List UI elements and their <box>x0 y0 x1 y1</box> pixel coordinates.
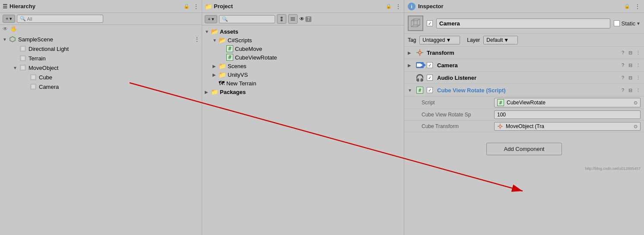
project-item-cubemove[interactable]: # CubeMove <box>202 44 404 53</box>
hierarchy-lock-icon[interactable]: 🔒 <box>184 3 190 9</box>
layer-dropdown[interactable]: Default ▼ <box>483 36 518 44</box>
target-icon[interactable]: ⊙ <box>634 124 638 129</box>
project-item-unityvs[interactable]: ▶ 📁 UnityVS <box>202 70 404 79</box>
transform-field-row: Cube Transform MoveObject (Tra ⊙ <box>404 121 644 132</box>
folder-icon: 📁 <box>219 63 226 69</box>
folder-icon: 📁 <box>219 71 226 78</box>
hand-icon: 🖐 <box>10 26 17 32</box>
terrain-file-icon: 🗺 <box>219 80 225 87</box>
comp-help-icon[interactable]: ? <box>622 88 624 93</box>
camera-comp-checkbox[interactable] <box>427 62 433 68</box>
svg-point-19 <box>419 51 421 54</box>
project-item-newterrain[interactable]: 🗺 New Terrain <box>202 79 404 88</box>
transform-field-value[interactable]: MoveObject (Tra ⊙ <box>494 122 641 131</box>
script-component-row[interactable]: ▼ # Cube View Rotate (Script) ? ⊟ ⋮ <box>404 84 644 97</box>
field-hash-icon: # <box>497 99 504 106</box>
transform-component-row[interactable]: ▶ Transform ? ⊟ ⋮ <box>404 47 644 59</box>
hierarchy-content: ▼ SampleScene ⋮ Directional Light Terrai… <box>0 33 202 235</box>
search-icon: 🔍 <box>222 16 228 22</box>
object-enabled-checkbox[interactable] <box>427 20 433 26</box>
svg-marker-25 <box>421 64 422 66</box>
tree-arrow <box>13 47 19 51</box>
comp-more-icon[interactable]: ⋮ <box>636 75 641 81</box>
camera-component-row[interactable]: ▶ Camera ? ⊟ ⋮ <box>404 59 644 72</box>
svg-point-26 <box>499 125 501 128</box>
static-checkbox[interactable] <box>614 20 620 26</box>
tree-arrow <box>220 47 226 51</box>
comp-help-icon[interactable]: ? <box>622 63 624 68</box>
tag-layer-row: Tag Untagged ▼ Layer Default ▼ <box>404 34 644 47</box>
target-icon[interactable]: ⊙ <box>634 100 638 106</box>
transform-value-text: MoveObject (Tra <box>506 123 544 129</box>
project-header: 📁 Project 🔒 ⋮ <box>202 0 404 13</box>
project-item-scenes[interactable]: ▶ 📁 Scenes <box>202 62 404 70</box>
scene-icon <box>9 35 16 43</box>
headphone-icon: 🎧 <box>416 74 424 82</box>
project-item-label: Packages <box>220 89 246 95</box>
script-icon: # <box>226 45 233 52</box>
comp-settings-icon[interactable]: ⊟ <box>628 75 632 81</box>
project-more-icon[interactable]: ⋮ <box>395 3 401 10</box>
inspector-more-icon[interactable]: ⋮ <box>634 3 641 10</box>
project-title: Project <box>214 3 233 9</box>
svg-rect-2 <box>21 47 25 50</box>
hierarchy-item-directionallight[interactable]: Directional Light <box>0 44 202 53</box>
hierarchy-item-moveobject[interactable]: ▼ MoveObject <box>0 63 202 72</box>
script-value-text: CubeViewRotate <box>507 100 546 106</box>
comp-help-icon[interactable]: ? <box>622 75 624 80</box>
project-lock-icon[interactable]: 🔒 <box>386 3 392 9</box>
hierarchy-item-cube[interactable]: Cube <box>0 72 202 82</box>
hierarchy-add-button[interactable]: + ▾ <box>3 15 15 23</box>
static-dropdown-arrow[interactable]: ▼ <box>636 21 641 26</box>
hierarchy-list-icon: ☰ <box>3 3 8 9</box>
hierarchy-item-terrain[interactable]: Terrain <box>0 53 202 63</box>
audio-comp-checkbox[interactable] <box>427 75 433 81</box>
script-field-value[interactable]: # CubeViewRotate ⊙ <box>494 98 641 107</box>
project-item-packages[interactable]: ▶ 📁 Packages <box>202 88 404 96</box>
hierarchy-search-field[interactable]: 🔍 All <box>17 15 103 23</box>
comp-more-icon[interactable]: ⋮ <box>636 50 641 56</box>
project-icon-btn-2[interactable] <box>288 14 298 24</box>
audio-component-row[interactable]: 🎧 Audio Listener ? ⊟ ⋮ <box>404 72 644 84</box>
comp-help-icon[interactable]: ? <box>622 50 624 55</box>
static-label: Static <box>622 20 636 27</box>
scene-more-icon[interactable]: ⋮ <box>194 36 200 43</box>
info-icon: i <box>408 3 416 10</box>
tree-arrow: ▼ <box>205 29 211 34</box>
tree-arrow <box>13 56 19 61</box>
project-add-button[interactable]: + ▾ <box>205 15 217 23</box>
tag-dropdown[interactable]: Untagged ▼ <box>419 36 460 44</box>
comp-settings-icon[interactable]: ⊟ <box>628 63 632 68</box>
project-item-cubeviewrotate[interactable]: # CubeViewRotate <box>202 53 404 62</box>
svg-rect-10 <box>32 85 35 88</box>
add-component-button[interactable]: Add Component <box>486 143 562 155</box>
object-name-field[interactable]: Camera <box>436 19 610 28</box>
inspector-content: ▶ Transform ? ⊟ ⋮ ▶ <box>404 47 644 235</box>
inspector-lock-icon[interactable]: 🔒 <box>624 3 630 9</box>
script-comp-checkbox[interactable] <box>427 87 433 93</box>
project-item-label: CubeViewRotate <box>235 54 277 61</box>
inspector-title: Inspector <box>418 3 444 9</box>
project-item-csharpscripts[interactable]: ▼ 📂 C#Scripts <box>202 36 404 44</box>
object-icon <box>19 64 27 72</box>
comp-settings-icon[interactable]: ⊟ <box>628 88 632 93</box>
transform-icon <box>416 48 424 57</box>
hierarchy-more-icon[interactable]: ⋮ <box>193 3 199 10</box>
speed-field-value[interactable]: 100 <box>494 110 641 119</box>
comp-settings-icon[interactable]: ⊟ <box>628 50 632 56</box>
comp-more-icon[interactable]: ⋮ <box>636 88 641 93</box>
tree-arrow: ▶ <box>213 64 219 69</box>
script-comp-icon: # <box>416 86 424 94</box>
svg-rect-4 <box>21 56 25 60</box>
project-search-field[interactable]: 🔍 <box>219 15 275 23</box>
project-icon-btn-1[interactable] <box>277 14 286 24</box>
hierarchy-toolbar: + ▾ 🔍 All <box>0 13 202 25</box>
static-button[interactable]: Static ▼ <box>614 20 641 27</box>
project-item-assets[interactable]: ▼ 📂 Assets <box>202 27 404 36</box>
comp-more-icon[interactable]: ⋮ <box>636 63 641 68</box>
hierarchy-item-samplescene[interactable]: ▼ SampleScene ⋮ <box>0 34 202 44</box>
hash-icon: # <box>416 87 423 94</box>
folder-header-icon: 📁 <box>205 3 212 10</box>
hierarchy-item-camera[interactable]: Camera <box>0 82 202 91</box>
svg-rect-6 <box>21 66 25 69</box>
